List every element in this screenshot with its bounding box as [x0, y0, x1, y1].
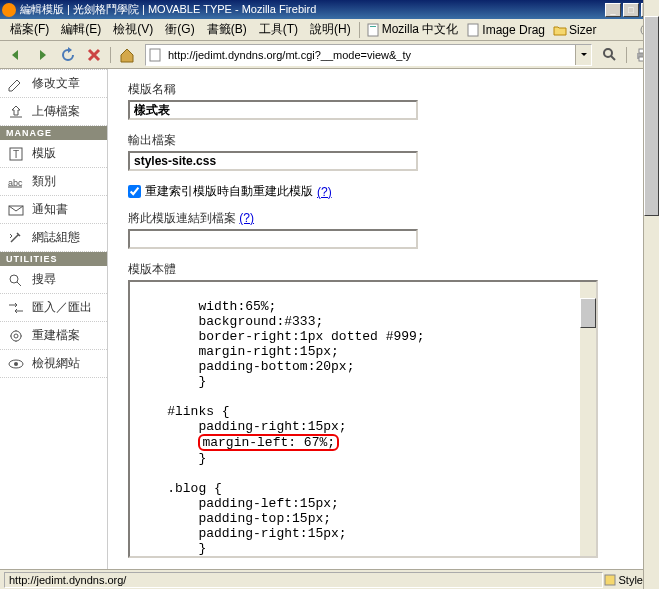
menu-edit[interactable]: 編輯(E)	[55, 19, 107, 40]
mail-icon	[6, 202, 26, 218]
page-icon	[466, 23, 480, 37]
sidebar-item-search[interactable]: 搜尋	[0, 266, 107, 294]
separator	[110, 47, 111, 63]
sidebar-label: 上傳檔案	[32, 103, 80, 120]
sidebar-label: 匯入／匯出	[32, 299, 92, 316]
template-name-input[interactable]	[128, 100, 418, 120]
url-dropdown-button[interactable]	[575, 45, 591, 65]
sidebar-item-import-export[interactable]: 匯入／匯出	[0, 294, 107, 322]
toolbar	[0, 41, 659, 69]
search-button[interactable]	[598, 43, 622, 67]
home-button[interactable]	[115, 43, 139, 67]
sidebar-label: 修改文章	[32, 75, 80, 92]
textarea-scrollbar[interactable]	[580, 282, 596, 556]
bookmark-imagedrag[interactable]: Image Drag	[462, 21, 549, 39]
sidebar-label: 檢視網站	[32, 355, 80, 372]
svg-rect-2	[468, 24, 478, 36]
rebuild-label: 重建索引模版時自動重建此模版	[145, 183, 313, 200]
folder-icon	[553, 23, 567, 37]
content-area: 修改文章 上傳檔案 MANAGE T 模版 abc 類別 通知書 網誌組態 UT…	[0, 69, 659, 569]
status-text: http://jedimt.dyndns.org/	[4, 572, 603, 588]
bookmark-mozilla[interactable]: Mozilla 中文化	[362, 19, 463, 40]
rebuild-icon	[6, 328, 26, 344]
bookmark-sizer[interactable]: Sizer	[549, 21, 600, 39]
template-icon: T	[6, 146, 26, 162]
svg-rect-1	[370, 26, 376, 27]
svg-point-15	[14, 334, 18, 338]
search-icon	[6, 272, 26, 288]
sidebar-item-categories[interactable]: abc 類別	[0, 168, 107, 196]
svg-rect-0	[368, 24, 378, 36]
sidebar-label: 網誌組態	[32, 229, 80, 246]
maximize-button[interactable]: □	[623, 3, 639, 17]
titlebar: 編輯模版 | 光劍格鬥學院 | MOVABLE TYPE - Mozilla F…	[0, 0, 659, 19]
svg-point-13	[10, 275, 18, 283]
sidebar-item-templates[interactable]: T 模版	[0, 140, 107, 168]
menu-help[interactable]: 說明(H)	[304, 19, 357, 40]
svg-point-14	[11, 331, 21, 341]
minimize-button[interactable]: _	[605, 3, 621, 17]
sidebar-label: 模版	[32, 145, 56, 162]
category-icon: abc	[6, 174, 26, 190]
sidebar: 修改文章 上傳檔案 MANAGE T 模版 abc 類別 通知書 網誌組態 UT…	[0, 69, 108, 569]
highlighted-line: margin-left: 67%;	[198, 434, 339, 451]
sidebar-label: 通知書	[32, 201, 68, 218]
stop-button[interactable]	[82, 43, 106, 67]
edit-icon	[6, 76, 26, 92]
svg-text:T: T	[13, 149, 19, 160]
sidebar-item-config[interactable]: 網誌組態	[0, 224, 107, 252]
svg-point-17	[14, 362, 18, 366]
sidebar-item-view-site[interactable]: 檢視網站	[0, 350, 107, 378]
app-icon	[2, 3, 16, 17]
page-icon	[366, 23, 380, 37]
menu-bookmarks[interactable]: 書籤(B)	[201, 19, 253, 40]
separator	[359, 22, 360, 38]
back-button[interactable]	[4, 43, 28, 67]
separator	[626, 47, 627, 63]
sidebar-label: 類別	[32, 173, 56, 190]
import-export-icon	[6, 300, 26, 316]
reload-button[interactable]	[56, 43, 80, 67]
menu-view[interactable]: 檢視(V)	[107, 19, 159, 40]
sidebar-item-notifications[interactable]: 通知書	[0, 196, 107, 224]
rebuild-checkbox[interactable]	[128, 185, 141, 198]
url-input[interactable]	[164, 49, 575, 61]
link-file-input[interactable]	[128, 229, 418, 249]
sidebar-item-upload[interactable]: 上傳檔案	[0, 98, 107, 126]
menu-tools[interactable]: 工具(T)	[253, 19, 304, 40]
sidebar-item-rebuild[interactable]: 重建檔案	[0, 322, 107, 350]
style-label[interactable]: Style	[619, 574, 643, 586]
settings-icon	[6, 230, 26, 246]
help-link[interactable]: (?)	[239, 211, 254, 225]
svg-rect-18	[605, 575, 615, 585]
page-icon	[146, 48, 164, 62]
forward-button[interactable]	[30, 43, 54, 67]
template-body-textarea[interactable]: width:65%; background:#333; border-right…	[128, 280, 598, 558]
main-panel: 模版名稱 輸出檔案 重建索引模版時自動重建此模版 (?) 將此模版連結到檔案 (…	[108, 69, 659, 569]
svg-rect-4	[150, 49, 160, 61]
sidebar-label: 搜尋	[32, 271, 56, 288]
url-bar	[145, 44, 592, 66]
link-file-label: 將此模版連結到檔案 (?)	[128, 210, 639, 227]
window-title: 編輯模版 | 光劍格鬥學院 | MOVABLE TYPE - Mozilla F…	[20, 2, 605, 17]
sidebar-section-manage: MANAGE	[0, 126, 107, 140]
menu-file[interactable]: 檔案(F)	[4, 19, 55, 40]
menubar: 檔案(F) 編輯(E) 檢視(V) 衝(G) 書籤(B) 工具(T) 說明(H)…	[0, 19, 659, 41]
template-name-label: 模版名稱	[128, 81, 639, 98]
sidebar-label: 重建檔案	[32, 327, 80, 344]
output-file-label: 輸出檔案	[128, 132, 639, 149]
svg-point-5	[604, 49, 612, 57]
sidebar-section-utilities: UTILITIES	[0, 252, 107, 266]
eye-icon	[6, 356, 26, 372]
page-scrollbar[interactable]	[643, 0, 659, 589]
style-icon	[603, 573, 617, 587]
statusbar: http://jedimt.dyndns.org/ Style	[0, 569, 659, 589]
upload-icon	[6, 104, 26, 120]
template-body-label: 模版本體	[128, 261, 639, 278]
sidebar-item-edit-entry[interactable]: 修改文章	[0, 69, 107, 98]
output-file-input[interactable]	[128, 151, 418, 171]
menu-go[interactable]: 衝(G)	[159, 19, 200, 40]
help-link[interactable]: (?)	[317, 185, 332, 199]
